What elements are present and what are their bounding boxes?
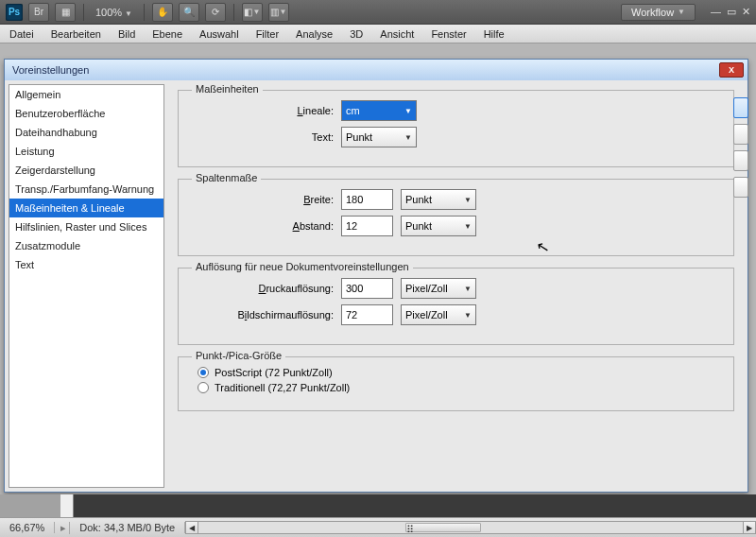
- sidebar-item-transparenz[interactable]: Transp./Farbumfang-Warnung: [9, 180, 163, 199]
- screen-res-input[interactable]: [341, 304, 393, 325]
- text-units-select[interactable]: Punkt▼: [341, 127, 417, 147]
- scroll-track[interactable]: ⠿: [198, 521, 743, 534]
- ruler-corner: [60, 494, 74, 517]
- preferences-sidebar: Allgemein Benutzeroberfläche Dateihandha…: [9, 84, 164, 488]
- pica-traditional-radio[interactable]: [198, 382, 209, 393]
- dialog-close-button[interactable]: X: [719, 62, 744, 78]
- photoshop-logo: Ps: [6, 4, 23, 21]
- menu-3d[interactable]: 3D: [350, 28, 363, 40]
- pica-postscript-radio[interactable]: [198, 367, 209, 378]
- menu-hilfe[interactable]: Hilfe: [484, 28, 505, 40]
- separator: [233, 4, 234, 21]
- columns-legend: Spaltenmaße: [192, 172, 261, 183]
- workspace-dropdown[interactable]: Workflow ▼: [621, 4, 696, 21]
- status-bar: 66,67% ▸ Dok: 34,3 MB/0 Byte ◀ ⠿ ▶: [0, 517, 756, 537]
- screen-mode-button[interactable]: ◧ ▼: [242, 3, 263, 22]
- sidebar-item-zeigerdarstellung[interactable]: Zeigerdarstellung: [9, 161, 163, 180]
- menu-datei[interactable]: Datei: [9, 28, 34, 40]
- print-res-unit-select[interactable]: Pixel/Zoll▼: [401, 278, 476, 299]
- column-width-label: Breite:: [192, 194, 334, 205]
- menu-analyse[interactable]: Analyse: [296, 28, 333, 40]
- sidebar-item-leistung[interactable]: Leistung: [9, 142, 163, 161]
- preferences-panel: Maßeinheiten Lineale: cm▼ Text: Punkt▼ S…: [168, 80, 747, 492]
- miniview-button[interactable]: ▦: [55, 3, 76, 22]
- dialog-title-bar[interactable]: Voreinstellungen X: [5, 60, 747, 80]
- column-gutter-unit-select[interactable]: Punkt▼: [401, 216, 476, 236]
- units-legend: Maßeinheiten: [192, 83, 263, 95]
- next-button[interactable]: [733, 177, 748, 198]
- scroll-left-button[interactable]: ◀: [185, 521, 198, 534]
- zoom-dropdown[interactable]: 100% ▼: [92, 7, 136, 18]
- resolution-fieldset: Auflösung für neue Dokumentvoreinstellun…: [178, 268, 734, 345]
- menu-auswahl[interactable]: Auswahl: [199, 28, 239, 40]
- sidebar-item-allgemein[interactable]: Allgemein: [9, 85, 163, 104]
- workspace-ruler-strip: [0, 494, 756, 517]
- maximize-button[interactable]: ▭: [727, 6, 736, 18]
- prev-button[interactable]: [733, 150, 748, 171]
- menu-bild[interactable]: Bild: [118, 28, 135, 40]
- columns-fieldset: Spaltenmaße Breite: Punkt▼ Abstand: Punk…: [178, 179, 734, 256]
- screen-res-unit-select[interactable]: Pixel/Zoll▼: [401, 304, 476, 325]
- column-gutter-label: Abstand:: [192, 220, 334, 232]
- preferences-dialog: Voreinstellungen X Allgemein Benutzerobe…: [4, 59, 748, 493]
- screen-res-label: Bildschirmauflösung:: [192, 309, 334, 320]
- menu-ebene[interactable]: Ebene: [152, 28, 182, 40]
- separator: [144, 4, 145, 21]
- dialog-action-column: [733, 97, 748, 198]
- sidebar-item-benutzeroberflaeche[interactable]: Benutzeroberfläche: [9, 104, 163, 123]
- menu-bearbeiten[interactable]: Bearbeiten: [51, 28, 101, 40]
- resolution-legend: Auflösung für neue Dokumentvoreinstellun…: [192, 261, 413, 272]
- app-toolbar: Ps Br ▦ 100% ▼ ✋ 🔍 ⟳ ◧ ▼ ▥ ▼ Workflow ▼ …: [0, 0, 756, 25]
- column-width-input[interactable]: [341, 189, 393, 210]
- rulers-select[interactable]: cm▼: [341, 100, 417, 121]
- pica-traditional-label: Traditionell (72,27 Punkt/Zoll): [215, 382, 350, 393]
- column-gutter-input[interactable]: [341, 216, 393, 236]
- arrange-button[interactable]: ▥ ▼: [268, 3, 289, 22]
- hand-tool[interactable]: ✋: [152, 3, 173, 22]
- separator: [83, 4, 84, 21]
- sidebar-item-text[interactable]: Text: [9, 255, 163, 274]
- horizontal-scrollbar[interactable]: ◀ ⠿ ▶: [185, 521, 756, 534]
- print-res-input[interactable]: [341, 278, 393, 299]
- cancel-button[interactable]: [733, 124, 748, 145]
- zoom-tool[interactable]: 🔍: [179, 3, 199, 22]
- menu-bar: Datei Bearbeiten Bild Ebene Auswahl Filt…: [0, 25, 756, 43]
- close-button[interactable]: ✕: [742, 6, 750, 18]
- status-doc-info[interactable]: Dok: 34,3 MB/0 Byte: [70, 522, 185, 533]
- print-res-label: Druckauflösung:: [192, 283, 334, 294]
- rulers-label: Lineale:: [192, 105, 334, 116]
- minimize-button[interactable]: —: [711, 6, 721, 18]
- menu-filter[interactable]: Filter: [256, 28, 279, 40]
- pica-legend: Punkt-/Pica-Größe: [192, 350, 285, 361]
- status-zoom[interactable]: 66,67%: [0, 522, 55, 533]
- pica-fieldset: Punkt-/Pica-Größe PostScript (72 Punkt/Z…: [178, 356, 734, 411]
- scroll-right-button[interactable]: ▶: [743, 521, 756, 534]
- sidebar-item-dateihandhabung[interactable]: Dateihandhabung: [9, 123, 163, 142]
- text-units-label: Text:: [192, 131, 334, 143]
- sidebar-item-hilfslinien[interactable]: Hilfslinien, Raster und Slices: [9, 217, 163, 236]
- scroll-thumb[interactable]: ⠿: [405, 523, 481, 532]
- sidebar-item-zusatzmodule[interactable]: Zusatzmodule: [9, 236, 163, 255]
- ok-button[interactable]: [733, 97, 748, 118]
- pica-postscript-label: PostScript (72 Punkt/Zoll): [215, 367, 333, 378]
- sidebar-item-masseinheiten[interactable]: Maßeinheiten & Lineale: [9, 199, 163, 217]
- column-width-unit-select[interactable]: Punkt▼: [401, 189, 476, 210]
- menu-fenster[interactable]: Fenster: [431, 28, 466, 40]
- rotate-tool[interactable]: ⟳: [205, 3, 226, 22]
- units-fieldset: Maßeinheiten Lineale: cm▼ Text: Punkt▼: [178, 90, 734, 167]
- dialog-title: Voreinstellungen: [12, 64, 89, 76]
- menu-ansicht[interactable]: Ansicht: [380, 28, 414, 40]
- status-info-icon[interactable]: ▸: [55, 522, 70, 534]
- bridge-button[interactable]: Br: [28, 3, 49, 22]
